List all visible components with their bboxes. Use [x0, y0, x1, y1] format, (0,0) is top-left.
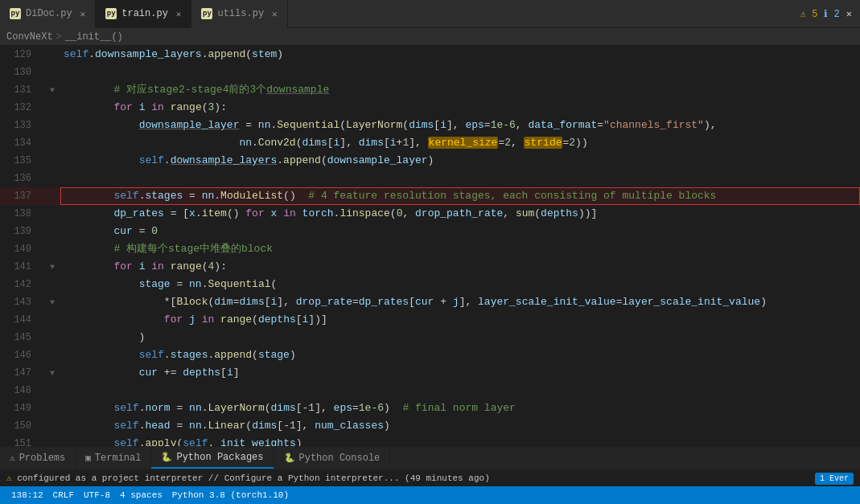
line-content-142: stage = nn.Sequential(: [60, 276, 860, 293]
line-num-138: 138: [0, 208, 44, 219]
bottom-panel: ⚠ Problems ▣ Terminal 🐍 Python Packages …: [0, 446, 860, 469]
tab-label-utils: utils.py: [217, 8, 264, 19]
line-content-141: for i in range(4):: [60, 258, 860, 276]
line-num-149: 149: [0, 403, 44, 414]
code-line-136: 136: [0, 170, 860, 187]
code-line-150: 150 self.head = nn.Linear(dims[-1], num_…: [0, 417, 860, 435]
code-line-151: 151 self.apply(self._init_weights): [0, 435, 860, 446]
code-editor[interactable]: 129 self.downsample_layers.append(stem) …: [0, 46, 860, 446]
code-line-135: 135 self.downsample_layers.append(downsa…: [0, 152, 860, 170]
line-content-150: self.head = nn.Linear(dims[-1], num_clas…: [60, 417, 860, 435]
panel-tab-problems[interactable]: ⚠ Problems: [0, 447, 76, 469]
line-num-131: 131: [0, 84, 44, 96]
problems-bar: ⚠ configured as a project interpreter //…: [0, 469, 860, 486]
status-position[interactable]: 138:12: [6, 486, 48, 504]
status-charset[interactable]: UTF-8: [79, 486, 115, 504]
line-num-139: 139: [0, 226, 44, 237]
gutter-141: ▼: [44, 263, 60, 272]
code-line-129: 129 self.downsample_layers.append(stem): [0, 46, 860, 64]
panel-tab-python-packages[interactable]: 🐍 Python Packages: [151, 447, 274, 469]
line-num-134: 134: [0, 137, 44, 149]
code-container: 129 self.downsample_layers.append(stem) …: [0, 46, 860, 446]
fold-arrow-143[interactable]: ▼: [50, 298, 55, 307]
status-spaces-text: 4 spaces: [120, 490, 163, 500]
code-line-144: 144 for j in range(depths[i])]: [0, 311, 860, 329]
ever-notification[interactable]: 1 Ever: [810, 473, 854, 483]
terminal-icon: ▣: [85, 453, 91, 463]
panel-tab-python-console-label: Python Console: [299, 453, 381, 464]
code-line-143: 143 ▼ *[Block(dim=dims[i], drop_rate=dp_…: [0, 293, 860, 311]
panel-tab-terminal-label: Terminal: [95, 453, 142, 464]
tab-label-didoc: DiDoc.py: [26, 8, 72, 19]
code-line-137: 137 self.stages = nn.ModuleList() # 4 fe…: [0, 187, 860, 205]
status-python-text: Python 3.8 (torch1.10): [172, 490, 289, 500]
fold-arrow-147[interactable]: ▼: [50, 369, 55, 378]
line-num-151: 151: [0, 438, 44, 446]
gutter-131: ▼: [44, 86, 60, 95]
problems-text-content: configured as a project interpreter // C…: [17, 473, 490, 483]
fold-arrow-141[interactable]: ▼: [50, 263, 55, 272]
line-num-140: 140: [0, 244, 44, 255]
code-line-142: 142 stage = nn.Sequential(: [0, 276, 860, 293]
main-content: 129 self.downsample_layers.append(stem) …: [0, 46, 860, 446]
breadcrumb-part2[interactable]: __init__(): [65, 31, 123, 43]
status-crlf[interactable]: CRLF: [48, 486, 79, 504]
line-content-140: # 构建每个stage中堆叠的block: [60, 240, 860, 258]
close-didoc[interactable]: ✕: [80, 9, 86, 19]
tab-didoc[interactable]: py DiDoc.py ✕: [0, 0, 96, 28]
breadcrumb-part1[interactable]: ConvNeXt: [6, 31, 53, 43]
code-line-130: 130: [0, 64, 860, 81]
code-line-148: 148: [0, 382, 860, 400]
line-num-144: 144: [0, 314, 44, 326]
panel-tab-python-console[interactable]: 🐍 Python Console: [274, 447, 391, 469]
info-badge: ℹ 2: [824, 8, 839, 20]
status-charset-text: UTF-8: [84, 490, 110, 500]
line-num-130: 130: [0, 67, 44, 78]
code-line-133: 133 downsample_layer = nn.Sequential(Lay…: [0, 117, 860, 134]
tab-icon-didoc: py: [10, 8, 21, 19]
line-num-133: 133: [0, 120, 44, 131]
tab-bar: py DiDoc.py ✕ py train.py ✕ py utils.py …: [0, 0, 860, 28]
tab-utils[interactable]: py utils.py ✕: [191, 0, 287, 28]
gutter-147: ▼: [44, 369, 60, 378]
close-utils[interactable]: ✕: [272, 9, 278, 19]
status-python[interactable]: Python 3.8 (torch1.10): [167, 486, 294, 504]
problems-text: ⚠ configured as a project interpreter //…: [6, 473, 490, 483]
line-content-132: for i in range(3):: [60, 99, 860, 117]
tab-label-train: train.py: [121, 8, 168, 19]
panel-tab-terminal[interactable]: ▣ Terminal: [76, 447, 151, 469]
tab-icon-train: py: [105, 8, 117, 19]
close-train[interactable]: ✕: [176, 9, 182, 19]
line-num-150: 150: [0, 420, 44, 432]
line-num-148: 148: [0, 385, 44, 396]
top-right-badges: ⚠ 5 ℹ 2 ✕: [800, 8, 860, 20]
line-content-151: self.apply(self._init_weights): [60, 435, 860, 446]
code-line-145: 145 ): [0, 329, 860, 346]
line-num-145: 145: [0, 332, 44, 343]
line-content-145: ): [60, 329, 860, 346]
line-content-143: *[Block(dim=dims[i], drop_rate=dp_rates[…: [60, 293, 860, 311]
status-spaces[interactable]: 4 spaces: [115, 486, 167, 504]
tab-train[interactable]: py train.py ✕: [96, 0, 191, 28]
status-position-text: 138:12: [11, 490, 43, 500]
status-crlf-text: CRLF: [53, 490, 74, 500]
code-line-147: 147 ▼ cur += depths[i]: [0, 364, 860, 382]
code-line-149: 149 self.norm = nn.LayerNorm(dims[-1], e…: [0, 400, 860, 417]
line-content-146: self.stages.append(stage): [60, 346, 860, 364]
line-num-146: 146: [0, 350, 44, 361]
line-content-147: cur += depths[i]: [60, 364, 860, 382]
line-num-143: 143: [0, 297, 44, 308]
breadcrumb-bar: ConvNeXt > __init__(): [0, 28, 860, 46]
code-line-146: 146 self.stages.append(stage): [0, 346, 860, 364]
fold-arrow-131[interactable]: ▼: [50, 86, 55, 95]
line-num-129: 129: [0, 49, 44, 60]
line-content-131: # 对应stage2-stage4前的3个downsample: [60, 81, 860, 99]
line-content-137: self.stages = nn.ModuleList() # 4 featur…: [60, 187, 860, 205]
line-num-136: 136: [0, 173, 44, 184]
line-content-144: for j in range(depths[i])]: [60, 311, 860, 329]
line-num-137: 137: [0, 191, 44, 202]
close-panel-icon[interactable]: ✕: [846, 8, 852, 20]
tab-icon-utils: py: [201, 8, 212, 19]
line-num-135: 135: [0, 155, 44, 166]
line-content-138: dp_rates = [x.item() for x in torch.lins…: [60, 205, 860, 223]
